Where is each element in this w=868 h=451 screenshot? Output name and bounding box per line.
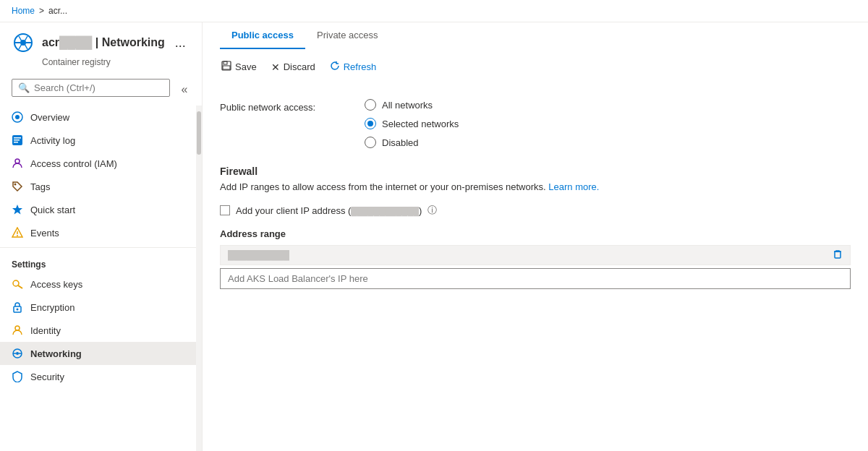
sidebar-label-networking: Networking (30, 348, 82, 359)
sidebar-item-events[interactable]: Events (0, 221, 196, 244)
search-icon: 🔍 (18, 82, 30, 93)
tab-private-access[interactable]: Private access (305, 22, 390, 49)
resource-subtitle: Container registry (42, 57, 190, 67)
sidebar-item-tags[interactable]: Tags (0, 175, 196, 198)
sidebar-label-activity-log: Activity log (30, 135, 75, 146)
radio-selected-networks[interactable]: Selected networks (365, 118, 459, 129)
info-icon: ⓘ (427, 204, 437, 217)
events-icon (12, 227, 23, 239)
svg-rect-12 (14, 137, 21, 139)
security-icon (12, 371, 23, 382)
breadcrumb-separator: > (39, 6, 44, 16)
svg-rect-14 (14, 142, 18, 143)
network-access-radio-group: All networks Selected networks Disabled (365, 99, 459, 148)
settings-section-header: Settings (0, 247, 196, 272)
discard-button[interactable]: ✕ Discard (270, 59, 317, 76)
save-icon (221, 61, 231, 73)
firewall-section: Firewall Add IP ranges to allow access f… (220, 166, 851, 289)
svg-rect-31 (223, 66, 230, 69)
sidebar-item-identity[interactable]: Identity (0, 319, 196, 342)
svg-point-19 (17, 235, 18, 236)
refresh-button[interactable]: Refresh (328, 58, 378, 76)
network-access-label: Public network access: (220, 99, 336, 113)
toolbar: Save ✕ Discard Refresh (220, 49, 851, 85)
sidebar-nav: Overview Activity log Access control (IA… (0, 106, 196, 451)
svg-line-21 (18, 285, 22, 288)
radio-all-networks[interactable]: All networks (365, 99, 459, 111)
firewall-description: Add IP ranges to allow access from the i… (220, 181, 851, 192)
tab-public-access[interactable]: Public access (220, 22, 305, 49)
resource-title-row: acr████ | Networking ... (12, 31, 190, 54)
sidebar-item-overview[interactable]: Overview (0, 106, 196, 129)
sidebar-label-tags: Tags (30, 181, 50, 192)
address-range-label: Address range (220, 228, 851, 239)
network-access-field-row: Public network access: All networks Sele… (220, 99, 851, 148)
svg-point-20 (13, 280, 19, 286)
radio-inner-selected (367, 121, 373, 126)
sidebar-item-iam[interactable]: Access control (IAM) (0, 152, 196, 175)
networking-icon (12, 348, 23, 359)
sidebar-item-security[interactable]: Security (0, 365, 196, 388)
sidebar-header: acr████ | Networking ... Container regis… (0, 22, 202, 79)
search-input[interactable] (34, 82, 163, 93)
scrollbar-thumb[interactable] (197, 111, 201, 155)
overview-icon (12, 111, 23, 123)
encryption-icon (12, 301, 23, 313)
sidebar-label-events: Events (30, 228, 59, 239)
svg-rect-13 (14, 139, 20, 141)
public-network-access-section: Public network access: All networks Sele… (220, 99, 851, 148)
activity-log-icon (12, 134, 23, 146)
client-ip-checkbox[interactable] (220, 205, 230, 215)
firewall-title: Firewall (220, 166, 851, 177)
search-box: 🔍 (12, 79, 170, 97)
sidebar-item-networking[interactable]: Networking (0, 342, 196, 365)
radio-outer-selected (365, 118, 376, 129)
checkbox-label: Add your client IP address (████████████… (236, 205, 422, 216)
radio-label-all-networks: All networks (382, 100, 433, 111)
sidebar-item-activity-log[interactable]: Activity log (0, 129, 196, 152)
existing-ip-display: ██████████ (220, 245, 851, 265)
svg-point-16 (14, 184, 17, 186)
sidebar-label-access-keys: Access keys (30, 279, 82, 290)
existing-ip-row: ██████████ (220, 245, 851, 265)
radio-disabled[interactable]: Disabled (365, 137, 459, 148)
quickstart-icon (12, 204, 23, 215)
discard-icon: ✕ (271, 61, 280, 73)
sidebar-label-overview: Overview (30, 112, 69, 123)
sidebar: acr████ | Networking ... Container regis… (0, 22, 203, 451)
sidebar-label-encryption: Encryption (30, 302, 75, 313)
aks-ip-input[interactable] (220, 268, 851, 289)
acr-icon (12, 31, 35, 54)
more-options-btn[interactable]: ... (175, 35, 186, 51)
refresh-icon (330, 61, 340, 73)
svg-point-24 (15, 326, 20, 330)
sidebar-label-quickstart: Quick start (30, 205, 75, 215)
sidebar-item-quickstart[interactable]: Quick start (0, 198, 196, 221)
breadcrumb: Home > acr... (0, 0, 868, 22)
scrollbar-track (196, 106, 202, 451)
main-content: Public access Private access Save ✕ Disc… (203, 22, 868, 451)
sidebar-label-identity: Identity (30, 325, 61, 336)
sidebar-item-access-keys[interactable]: Access keys (0, 272, 196, 296)
sidebar-label-iam: Access control (IAM) (30, 158, 117, 169)
sidebar-label-security: Security (30, 371, 64, 382)
radio-label-selected-networks: Selected networks (382, 119, 459, 129)
svg-rect-32 (835, 252, 841, 258)
save-button[interactable]: Save (220, 58, 258, 76)
firewall-learn-more-link[interactable]: Learn more. (548, 181, 599, 192)
breadcrumb-home[interactable]: Home (12, 6, 35, 16)
breadcrumb-resource: acr... (48, 6, 67, 16)
svg-point-15 (15, 159, 20, 163)
svg-point-10 (15, 115, 20, 119)
firewall-desc-text: Add IP ranges to allow access from the i… (220, 181, 546, 192)
collapse-sidebar-button[interactable]: « (176, 81, 193, 98)
svg-point-23 (17, 309, 19, 311)
resource-name: acr████ | Networking (42, 36, 165, 49)
radio-outer-all (365, 99, 376, 111)
tabs-container: Public access Private access (220, 22, 851, 49)
sidebar-item-encryption[interactable]: Encryption (0, 296, 196, 319)
tags-icon (12, 181, 23, 192)
radio-label-disabled: Disabled (382, 137, 419, 148)
delete-ip-button[interactable] (833, 249, 843, 262)
client-ip-checkbox-row: Add your client IP address (████████████… (220, 204, 851, 217)
